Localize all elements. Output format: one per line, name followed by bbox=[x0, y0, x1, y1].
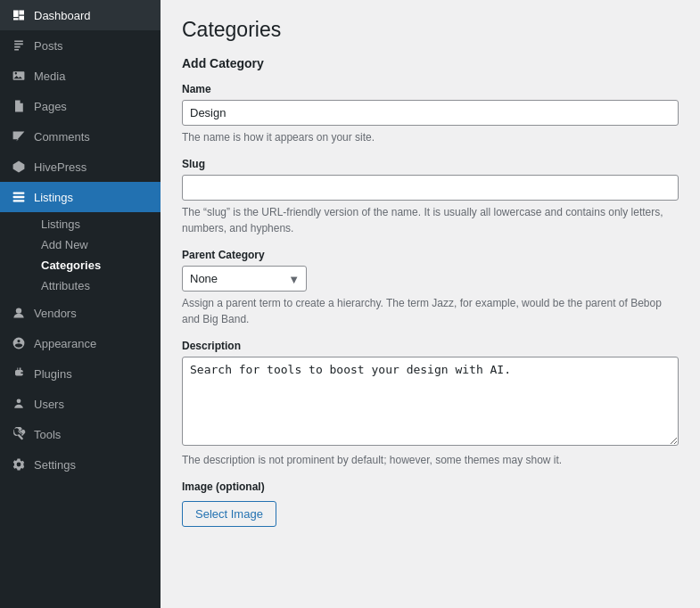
sidebar-item-settings[interactable]: Settings bbox=[0, 449, 161, 480]
sidebar-label-hivepress: HivePress bbox=[34, 160, 86, 174]
main-content: Categories Add Category Name The name is… bbox=[161, 0, 700, 608]
appearance-icon bbox=[11, 335, 27, 351]
sidebar-label-tools: Tools bbox=[34, 428, 61, 441]
slug-hint: The “slug” is the URL-friendly version o… bbox=[182, 204, 679, 236]
svg-point-6 bbox=[17, 398, 21, 403]
comments-icon bbox=[11, 128, 27, 144]
name-label: Name bbox=[182, 83, 679, 95]
sidebar-item-tools[interactable]: Tools bbox=[0, 419, 161, 449]
svg-rect-0 bbox=[13, 71, 25, 80]
pages-icon bbox=[11, 98, 27, 114]
sidebar-label-settings: Settings bbox=[34, 458, 76, 472]
sidebar-label-listings: Listings bbox=[34, 191, 73, 204]
sidebar-item-appearance[interactable]: Appearance bbox=[0, 328, 161, 358]
svg-rect-2 bbox=[13, 192, 25, 193]
description-hint: The description is not prominent by defa… bbox=[182, 452, 679, 468]
parent-category-hint: Assign a parent term to create a hierarc… bbox=[182, 295, 679, 327]
sidebar-item-listings[interactable]: Listings bbox=[0, 182, 161, 212]
sidebar-item-media[interactable]: Media bbox=[0, 61, 161, 91]
sidebar-label-comments: Comments bbox=[34, 130, 90, 144]
sidebar-label-vendors: Vendors bbox=[34, 307, 77, 320]
sidebar-item-posts[interactable]: Posts bbox=[0, 30, 161, 61]
sidebar-item-dashboard[interactable]: Dashboard bbox=[0, 0, 161, 30]
listings-icon bbox=[11, 189, 27, 205]
parent-category-wrapper: None ▼ bbox=[182, 266, 307, 292]
svg-rect-4 bbox=[13, 200, 25, 201]
image-label: Image (optional) bbox=[182, 481, 679, 493]
page-title: Categories bbox=[182, 18, 679, 42]
slug-input[interactable] bbox=[182, 175, 679, 201]
sidebar-label-pages: Pages bbox=[34, 100, 67, 113]
submenu-add-new[interactable]: Add New bbox=[34, 234, 161, 255]
vendors-icon bbox=[11, 305, 27, 321]
submenu-listings[interactable]: Listings bbox=[34, 214, 161, 234]
sidebar-label-media: Media bbox=[34, 70, 65, 83]
name-field-section: Name The name is how it appears on your … bbox=[182, 83, 679, 145]
sidebar-item-vendors[interactable]: Vendors bbox=[0, 298, 161, 328]
slug-label: Slug bbox=[182, 158, 679, 170]
select-image-button[interactable]: Select Image bbox=[182, 501, 276, 527]
submenu-attributes[interactable]: Attributes bbox=[34, 275, 161, 296]
name-hint: The name is how it appears on your site. bbox=[182, 129, 679, 145]
sidebar-label-posts: Posts bbox=[34, 39, 63, 53]
sidebar-item-comments[interactable]: Comments bbox=[0, 121, 161, 152]
dashboard-icon bbox=[11, 7, 27, 23]
description-textarea[interactable]: Search for tools to boost your design wi… bbox=[182, 357, 679, 446]
settings-icon bbox=[11, 456, 27, 472]
description-label: Description bbox=[182, 340, 679, 352]
description-field-section: Description Search for tools to boost yo… bbox=[182, 340, 679, 468]
tools-icon bbox=[11, 426, 27, 442]
sidebar-label-plugins: Plugins bbox=[34, 367, 72, 381]
parent-category-label: Parent Category bbox=[182, 249, 679, 261]
sidebar-item-pages[interactable]: Pages bbox=[0, 91, 161, 121]
svg-point-5 bbox=[16, 308, 21, 313]
svg-rect-3 bbox=[13, 196, 25, 198]
slug-field-section: Slug The “slug” is the URL-friendly vers… bbox=[182, 158, 679, 236]
image-field-section: Image (optional) Select Image bbox=[182, 481, 679, 527]
sidebar: Dashboard Posts Media Pages Comments Hiv… bbox=[0, 0, 161, 608]
sidebar-item-hivepress[interactable]: HivePress bbox=[0, 152, 161, 182]
sidebar-label-dashboard: Dashboard bbox=[34, 9, 91, 22]
svg-marker-1 bbox=[13, 161, 25, 173]
users-icon bbox=[11, 396, 27, 412]
plugins-icon bbox=[11, 366, 27, 382]
section-title: Add Category bbox=[182, 56, 679, 70]
listings-submenu: Listings Add New Categories Attributes bbox=[0, 212, 161, 298]
hivepress-icon bbox=[11, 159, 27, 175]
sidebar-label-appearance: Appearance bbox=[34, 337, 96, 350]
parent-category-section: Parent Category None ▼ Assign a parent t… bbox=[182, 249, 679, 327]
sidebar-label-users: Users bbox=[34, 398, 64, 411]
media-icon bbox=[11, 68, 27, 84]
sidebar-item-users[interactable]: Users bbox=[0, 389, 161, 419]
posts-icon bbox=[11, 37, 27, 53]
parent-category-select[interactable]: None bbox=[182, 266, 307, 292]
name-input[interactable] bbox=[182, 100, 679, 126]
sidebar-item-plugins[interactable]: Plugins bbox=[0, 358, 161, 389]
submenu-categories[interactable]: Categories bbox=[34, 255, 161, 275]
